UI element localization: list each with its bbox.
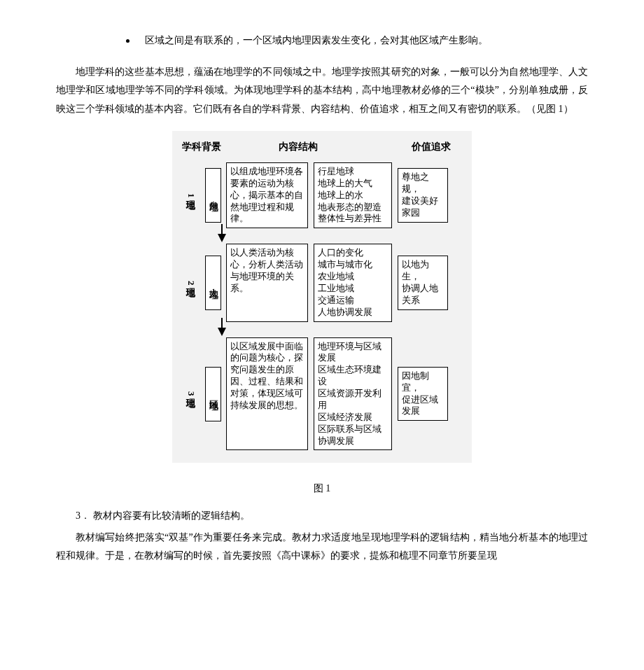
module-label: 地理2 — [182, 278, 200, 288]
bg-box: 区域地理 — [205, 367, 221, 421]
header-content: 内容结构 — [244, 138, 353, 157]
bg-box: 自然地理 — [205, 168, 221, 223]
arrow-down-icon — [218, 234, 226, 242]
figure-headers: 学科背景 内容结构 价值追求 — [182, 138, 455, 157]
bg-box: 人文地理 — [205, 256, 221, 310]
figure-caption: 图 1 — [56, 480, 588, 498]
module-label: 地理1 — [182, 190, 200, 201]
figure-1: 学科背景 内容结构 价值追求 地理1 自然地理 以组成地理环境各要素的运动为核心… — [172, 131, 472, 463]
content-box: 以组成地理环境各要素的运动为核心，揭示基本的自然地理过程和规律。 — [226, 162, 308, 228]
struct-box: 人口的变化 城市与城市化 农业地域 工业地域 交通运输 人地协调发展 — [314, 244, 392, 321]
struct-box: 地理环境与区域发展 区域生态环境建设 区域资源开发利用 区域经济发展 区际联系与… — [314, 337, 392, 451]
header-value: 价值追求 — [353, 138, 455, 157]
value-box: 尊地之规， 建设美好家园 — [398, 168, 448, 223]
figure-row: 地理1 自然地理 以组成地理环境各要素的运动为核心，揭示基本的自然地理过程和规律… — [182, 162, 455, 228]
paragraph-2: 教材编写始终把落实“双基”作为重要任务来完成。教材力求适度地呈现地理学科的逻辑结… — [56, 529, 588, 566]
section-heading: 3． 教材内容要有比较清晰的逻辑结构。 — [56, 507, 588, 526]
bullet-text: 区域之间是有联系的，一个区域内地理因素发生变化，会对其他区域产生影响。 — [145, 32, 488, 50]
content-box: 以区域发展中面临的问题为核心，探究问题发生的原因、过程、结果和对策，体现区域可持… — [226, 337, 308, 451]
document-page: 区域之间是有联系的，一个区域内地理因素发生变化，会对其他区域产生影响。 地理学科… — [0, 0, 644, 585]
module-label: 地理3 — [182, 389, 200, 399]
figure-row: 地理3 区域地理 以区域发展中面临的问题为核心，探究问题发生的原因、过程、结果和… — [182, 337, 455, 451]
figure-row: 地理2 人文地理 以人类活动为核心，分析人类活动与地理环境的关系。 人口的变化 … — [182, 244, 455, 321]
figure-1-wrap: 学科背景 内容结构 价值追求 地理1 自然地理 以组成地理环境各要素的运动为核心… — [56, 131, 588, 463]
content-box: 以人类活动为核心，分析人类活动与地理环境的关系。 — [226, 244, 308, 321]
struct-box: 行星地球 地球上的大气 地球上的水 地表形态的塑造 整体性与差异性 — [314, 162, 392, 228]
paragraph-1: 地理学科的这些基本思想，蕴涵在地理学的不同领域之中。地理学按照其研究的对象，一般… — [56, 63, 588, 119]
value-box: 以地为生， 协调人地关系 — [398, 256, 448, 310]
bullet-icon — [126, 39, 130, 43]
value-box: 因地制宜， 促进区域发展 — [398, 367, 448, 421]
bullet-item: 区域之间是有联系的，一个区域内地理因素发生变化，会对其他区域产生影响。 — [126, 32, 588, 50]
arrow-down-icon — [218, 328, 226, 336]
header-background: 学科背景 — [182, 138, 244, 157]
